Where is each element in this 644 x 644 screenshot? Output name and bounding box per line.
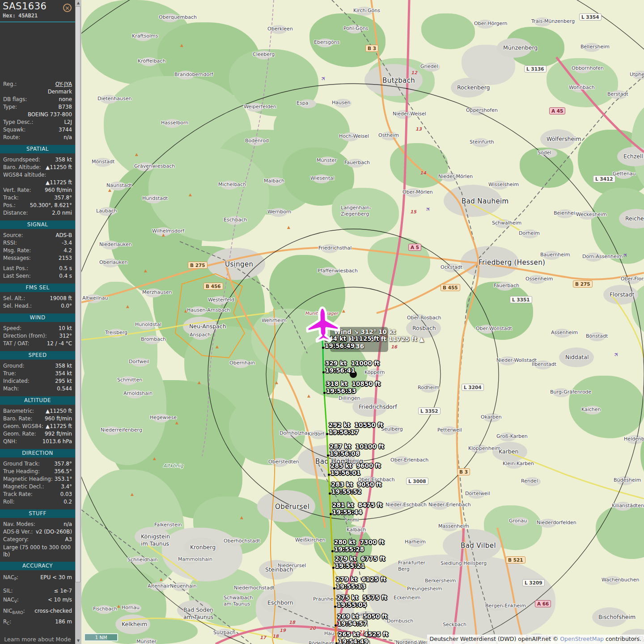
info-row: Baro. Rate:960 ft/min [0,415,75,423]
sidebar-header: SAS1636 Hex:45AB21 ✕ [0,0,75,22]
info-row: RC:186 m [0,617,75,628]
info-row: Speed:10 kt [0,325,75,332]
trail-point-dot[interactable] [330,513,332,515]
info-value: 295 kt [55,377,72,385]
info-label: Messages: [3,254,31,262]
info-row: Sel. Head.:0.0° [0,302,75,310]
trail-point-dot[interactable] [334,606,336,608]
info-label: TAT / OAT: [3,340,29,347]
trail-point-label: 285 kt 9600 ft 19:56:01 [330,462,381,476]
info-label: Roll: [3,498,14,506]
trail-point-dot[interactable] [329,492,331,495]
info-value: B738 [58,103,72,111]
section-rows: Speed:10 ktDirection (from):312°TAT / OA… [0,325,75,347]
section-rows: Groundspeed:358 ktBaro. Altitude:▲11250 … [0,156,75,217]
info-label: Route: [3,134,20,141]
section-rows: Ground Track:357.8°True Heading:356.5°Ma… [0,460,75,506]
info-row: Msg. Rate:4.2 [0,247,75,254]
info-value: Denmark [48,88,72,96]
info-row: Indicated:295 kt [0,377,75,385]
close-icon[interactable]: ✕ [63,4,72,12]
info-value: none [59,96,72,103]
trail-segment [323,347,323,372]
info-value: 0.544 [57,385,72,393]
info-row: Sel. Alt.:19008 ft [0,295,75,302]
info-label: Reg.: [3,80,17,88]
registration-link[interactable]: OY-JYA [55,80,72,88]
info-value: 0.2 [64,498,72,506]
info-row: Mach:0.544 [0,385,75,393]
info-row: Distance:2.0 nmi [0,209,75,217]
trail-point-dot[interactable] [322,347,324,349]
info-value: 353.1° [55,475,72,483]
info-value: 0.0° [61,302,72,310]
info-label: Source: [3,232,23,239]
trail-point-label: 275 kt 5575 ft 19:55:05 [337,594,387,608]
info-value: 1013.6 hPa [42,438,72,445]
info-row: Ground:358 kt [0,362,75,370]
info-label: Ground: [3,362,24,370]
info-label: Sel. Head.: [3,302,32,310]
trail-point-dot[interactable] [335,624,337,627]
info-row: ▲11725 ft [0,179,75,186]
info-value: 0.4 s [59,272,72,280]
section-header-wind: WIND [0,314,75,322]
section-header-stuff: STUFF [0,509,75,518]
info-row: Route:n/a [0,134,75,141]
hex-label: Hex: [3,13,16,19]
info-value: 10 kt [59,325,72,332]
scrollbar-thumb[interactable] [75,6,80,582]
info-value: 4.2 [64,247,72,254]
trail-point-dot[interactable] [335,642,338,644]
trail-segment [324,393,327,434]
info-row: Messages:2153 [0,254,75,262]
info-label: QNH: [3,438,17,445]
info-label: RC: [3,617,11,628]
info-row: BOEING 737-800 [0,111,75,119]
info-row: Last Seen:0.4 s [0,272,75,280]
trail-point-dot[interactable] [323,392,326,394]
info-row: Ground Track:357.8° [0,460,75,468]
section-rows: Source:ADS-BRSSI:-3.4Msg. Rate:4.2Messag… [0,232,75,280]
trail-segment [327,434,328,455]
info-row: True Heading:356.5° [0,468,75,475]
trail-point-dot[interactable] [333,587,335,589]
aircraft-icon[interactable] [305,304,340,344]
info-row: Barometric:▲11250 ft [0,407,75,415]
info-row: True:354 kt [0,370,75,377]
trail-point-dot[interactable] [327,454,329,457]
info-label: Barometric: [3,407,34,415]
trail-point-dot[interactable] [332,567,335,569]
trail-point-dot[interactable] [331,550,334,552]
openstreetmap-link[interactable]: OpenStreetMap [560,636,604,642]
map-canvas[interactable]: OberquembachKirch-GönsKraftsolmsOberklee… [81,0,644,644]
info-value: 3.4° [61,483,72,491]
trail-point-label: 280 kt 7300 ft 19:55:28 [334,538,384,553]
info-row: NACP:EPU < 30 m [0,573,75,584]
info-label: Mach: [3,385,19,393]
sidebar-scrollbar[interactable]: ▲ ▼ [75,0,81,644]
info-label: Magnetic Heading: [3,475,53,483]
info-row: Baro. Altitude:▲11250 ft [0,164,75,171]
section-header-fms-sel: FMS SEL [0,284,75,292]
info-value: ADS-B [55,232,72,239]
section-rows: Ground:358 ktTrue:354 ktIndicated:295 kt… [0,362,75,393]
info-label: WGS84 altitude: [3,171,46,179]
scrollbar-up-icon[interactable]: ▲ [75,0,81,6]
info-row: DB flags:none [0,96,75,103]
scrollbar-down-icon[interactable]: ▼ [75,638,81,644]
info-value: n/a [64,521,72,528]
trail-point-dot[interactable] [328,474,330,476]
info-value: -3.4 [62,239,72,247]
info-label: Track Rate: [3,491,33,498]
trail-point-dot[interactable] [326,433,328,435]
info-row: QNH:1013.6 hPa [0,438,75,445]
info-value: 358 kt [55,362,72,370]
trail-segment [335,625,336,643]
trail-point-dot[interactable] [322,371,325,373]
info-value: BOEING 737-800 [28,111,72,119]
info-row: Pos.:50.300°, 8.621° [0,202,75,209]
attribution-text: Deutscher Wetterdienst (DWD) openAIP.net… [430,636,560,642]
trail-point-label: 329 kt 11000 ft 19:56:41 [325,360,380,374]
info-row: Large (75 000 to 300 000 lb) [0,543,75,558]
